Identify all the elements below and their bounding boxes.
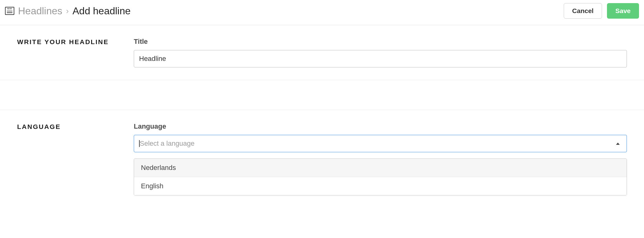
section-content-headline: Title [134,38,627,67]
section-label-language: LANGUAGE [17,122,128,195]
section-write-headline: WRITE YOUR HEADLINE Title [0,25,644,80]
news-icon [5,7,14,15]
breadcrumb-root[interactable]: Headlines [18,5,62,17]
language-field-label: Language [134,122,627,130]
language-option-nederlands[interactable]: Nederlands [134,159,627,177]
text-caret [139,140,140,147]
header-actions: Cancel Save [564,3,639,19]
section-spacer [0,80,644,110]
breadcrumb: Headlines › Add headline [5,5,131,17]
page-header: Headlines › Add headline Cancel Save [0,0,644,25]
section-language: LANGUAGE Language Select a language Nede… [0,110,644,208]
language-option-english[interactable]: English [134,177,627,195]
title-field-label: Title [134,38,627,46]
title-input[interactable] [134,50,627,67]
section-label-headline: WRITE YOUR HEADLINE [17,38,128,67]
page-title: Add headline [72,5,131,17]
cancel-button[interactable]: Cancel [564,3,602,19]
language-select[interactable]: Select a language [134,135,627,152]
save-button[interactable]: Save [607,3,639,19]
chevron-up-icon [616,143,620,145]
language-select-wrap: Select a language Nederlands English [134,135,627,195]
language-dropdown: Nederlands English [134,158,627,195]
chevron-right-icon: › [66,6,69,16]
language-select-placeholder: Select a language [139,140,194,148]
section-content-language: Language Select a language Nederlands En… [134,122,627,195]
